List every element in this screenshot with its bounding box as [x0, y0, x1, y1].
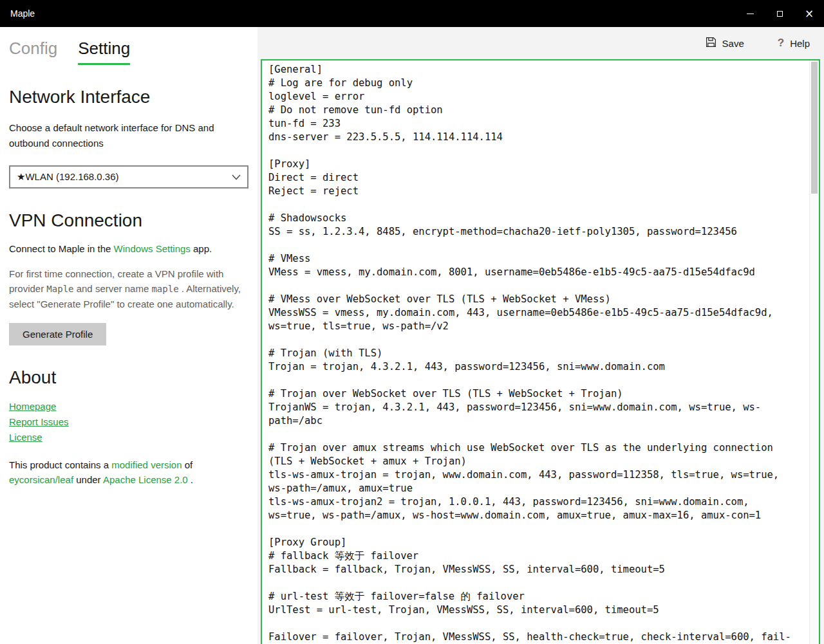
network-interface-heading: Network Interface [9, 87, 248, 107]
license-suffix: . [188, 474, 193, 485]
main-content: Save ? Help [General] # Log are for debu… [258, 27, 824, 644]
tab-setting[interactable]: Setting [78, 39, 130, 65]
tab-config[interactable]: Config [9, 39, 57, 65]
tab-bar: Config Setting [9, 27, 248, 65]
help-button[interactable]: ? Help [774, 34, 814, 52]
license-link[interactable]: License [9, 432, 42, 443]
license-mid-1: of [182, 459, 192, 470]
network-interface-description: Choose a default network interface for D… [9, 120, 248, 151]
homepage-link[interactable]: Homepage [9, 401, 56, 412]
scrollbar-thumb[interactable] [811, 62, 818, 194]
save-icon [706, 37, 716, 50]
window-title: Maple [10, 8, 35, 19]
config-text[interactable]: [General] # Log are for debug only logle… [262, 60, 800, 644]
generate-profile-button[interactable]: Generate Profile [9, 323, 106, 345]
license-mid-2: under [73, 474, 103, 485]
report-issues-link[interactable]: Report Issues [9, 416, 69, 427]
vpn-connect-suffix: app. [191, 243, 212, 254]
chevron-down-icon [232, 174, 241, 180]
maximize-icon [777, 11, 783, 17]
save-label: Save [722, 38, 744, 49]
titlebar: Maple × [0, 0, 824, 27]
profile-text-2: and server name [74, 283, 152, 294]
help-icon: ? [778, 37, 784, 50]
window-controls: × [735, 0, 824, 27]
network-interface-dropdown[interactable]: ★WLAN (192.168.0.36) [9, 165, 248, 189]
license-notice: This product contains a modified version… [9, 457, 248, 487]
vpn-connection-heading: VPN Connection [9, 210, 248, 231]
apache-license-link[interactable]: Apache License 2.0 [103, 474, 188, 485]
about-links: Homepage Report Issues License [9, 401, 248, 447]
editor-scrollbar[interactable] [809, 60, 819, 644]
maximize-button[interactable] [765, 0, 794, 27]
sidebar: Config Setting Network Interface Choose … [0, 27, 258, 644]
close-button[interactable]: × [794, 0, 824, 27]
vpn-profile-instructions: For first time connection, create a VPN … [9, 266, 248, 311]
license-prefix: This product contains a [9, 459, 111, 470]
close-icon: × [805, 8, 814, 19]
about-heading: About [9, 367, 248, 388]
vpn-connect-prefix: Connect to Maple in the [9, 243, 114, 254]
vpn-connect-text: Connect to Maple in the Windows Settings… [9, 241, 248, 256]
minimize-icon [747, 14, 754, 14]
config-editor[interactable]: [General] # Log are for debug only logle… [261, 59, 820, 644]
minimize-button[interactable] [735, 0, 765, 27]
modified-version-link[interactable]: modified version [111, 459, 182, 470]
help-label: Help [790, 38, 810, 49]
toolbar: Save ? Help [258, 27, 824, 59]
provider-name-code: Maple [46, 284, 73, 294]
windows-settings-link[interactable]: Windows Settings [114, 243, 191, 254]
dropdown-selected-value: ★WLAN (192.168.0.36) [17, 171, 119, 183]
eycorsican-leaf-link[interactable]: eycorsican/leaf [9, 474, 73, 485]
server-name-code: maple [151, 284, 178, 294]
save-button[interactable]: Save [702, 34, 748, 52]
app-window: Maple × Config Setting Network Interface… [0, 0, 824, 644]
